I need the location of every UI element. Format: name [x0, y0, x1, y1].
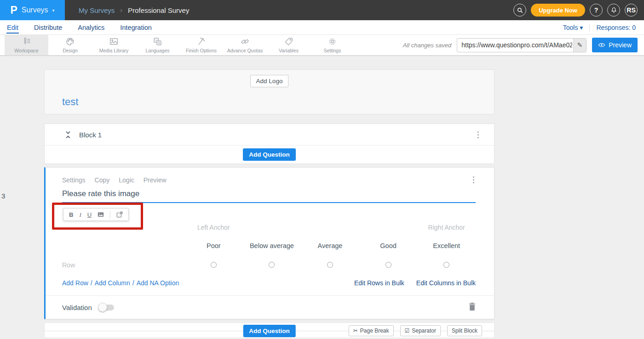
delete-question-button[interactable] — [469, 302, 476, 312]
toolbar-item-label: Workspace — [14, 48, 38, 53]
breadcrumb-my-surveys[interactable]: My Surveys — [79, 6, 115, 14]
split-block-button[interactable]: Split Block — [447, 325, 482, 336]
survey-title[interactable]: test — [62, 96, 78, 108]
question-actions: Settings Copy Logic Preview — [62, 176, 476, 184]
edit-rows-bulk-link[interactable]: Edit Rows in Bulk — [354, 279, 404, 287]
toolbar-item-languages[interactable]: xA Languages — [136, 35, 179, 55]
bold-button[interactable]: B — [69, 212, 73, 218]
column-header[interactable]: Below average — [243, 242, 301, 249]
add-na-option-link[interactable]: Add NA Option — [137, 279, 179, 287]
column-header[interactable]: Average — [301, 242, 359, 249]
question-preview-link[interactable]: Preview — [144, 176, 167, 184]
left-anchor-field[interactable]: Left Anchor — [184, 224, 243, 231]
toolbar-item-label: Settings — [324, 48, 341, 53]
column-header[interactable]: Poor — [184, 242, 243, 249]
nav-right-group: Tools ▾ Responses: 0 — [563, 24, 638, 31]
toolbar-item-design[interactable]: Design — [48, 35, 92, 55]
magic-wand-icon — [196, 37, 206, 46]
add-question-strip: Add Question ✂ Page Break ☑ Separator Sp… — [44, 322, 494, 338]
validation-label: Validation — [62, 304, 92, 311]
help-button[interactable]: ? — [590, 4, 603, 17]
add-links-group: Add Row / Add Column / Add NA Option — [62, 279, 179, 287]
search-button[interactable] — [513, 4, 526, 17]
question-settings-link[interactable]: Settings — [62, 176, 86, 184]
notifications-button[interactable] — [607, 4, 620, 17]
tools-dropdown[interactable]: Tools ▾ — [563, 24, 583, 31]
insert-image-button[interactable] — [98, 211, 104, 218]
right-anchor-field[interactable]: Right Anchor — [417, 224, 476, 231]
row-label-field[interactable]: Row — [62, 261, 184, 269]
page-break-button[interactable]: ✂ Page Break — [349, 325, 394, 336]
block-menu-button[interactable] — [476, 130, 480, 140]
question-copy-link[interactable]: Copy — [95, 176, 110, 184]
survey-editor-canvas: 3 Add Logo test Block 1 Add Question Set… — [0, 56, 644, 339]
radio-button[interactable] — [327, 262, 333, 268]
toolbar-item-label: Finish Options — [186, 48, 217, 53]
questionpro-logo-icon: P — [10, 5, 17, 16]
divider — [110, 211, 110, 218]
add-question-row-top: Add Question — [45, 146, 494, 164]
add-row-link[interactable]: Add Row — [62, 279, 88, 287]
survey-url-wrap: ✎ — [457, 38, 586, 52]
italic-button[interactable]: I — [79, 212, 81, 218]
breadcrumb-survey-name: Professional Survey — [128, 6, 189, 14]
topbar-actions: Upgrade Now ? RS — [513, 4, 644, 17]
tab-integration[interactable]: Integration — [120, 21, 152, 34]
chevron-down-icon: ▾ — [52, 8, 55, 13]
bulk-edit-group: Edit Rows in Bulk Edit Columns in Bulk — [354, 279, 476, 287]
tab-analytics[interactable]: Analytics — [77, 21, 105, 34]
svg-text:A: A — [158, 41, 160, 45]
tag-icon — [284, 37, 293, 46]
toolbar-item-settings[interactable]: Settings — [310, 35, 354, 55]
toolbar-item-advance-quotas[interactable]: Advance Quotas — [223, 35, 267, 55]
tab-distribute[interactable]: Distribute — [34, 21, 63, 34]
toolbar-item-finish-options[interactable]: Finish Options — [179, 35, 223, 55]
collapse-block-button[interactable] — [65, 131, 71, 139]
column-header[interactable]: Good — [359, 242, 418, 249]
edit-url-button[interactable]: ✎ — [573, 39, 586, 52]
anchors-row: Left Anchor Right Anchor — [62, 223, 476, 232]
question-number: 3 — [1, 192, 5, 200]
add-logo-button[interactable]: Add Logo — [250, 75, 289, 87]
top-header-bar: P Surveys ▾ My Surveys › Professional Su… — [0, 0, 644, 20]
survey-url-input[interactable] — [457, 38, 586, 52]
user-avatar[interactable]: RS — [625, 4, 638, 17]
radio-button[interactable] — [385, 262, 391, 268]
add-question-button-top[interactable]: Add Question — [243, 148, 296, 161]
upgrade-now-button[interactable]: Upgrade Now — [531, 4, 585, 17]
radio-button[interactable] — [443, 262, 449, 268]
question-menu-button[interactable] — [472, 175, 476, 185]
workspace-icon — [22, 37, 31, 46]
insert-link-button[interactable] — [116, 211, 123, 218]
slash-separator: / — [91, 279, 92, 287]
responses-count[interactable]: Responses: 0 — [596, 24, 636, 31]
preview-button[interactable]: Preview — [592, 38, 638, 52]
block-header: Block 1 — [45, 124, 494, 146]
edit-columns-bulk-link[interactable]: Edit Columns in Bulk — [416, 279, 476, 287]
toolbar-item-variables[interactable]: Variables — [267, 35, 310, 55]
toolbar-item-label: Variables — [279, 48, 299, 53]
underline-button[interactable]: U — [87, 212, 92, 218]
collapse-chevrons-icon — [65, 131, 71, 139]
question-logic-link[interactable]: Logic — [119, 176, 134, 184]
separator-button[interactable]: ☑ Separator — [400, 325, 441, 336]
product-switcher[interactable]: P Surveys ▾ — [0, 0, 65, 20]
tab-edit[interactable]: Edit — [6, 21, 19, 34]
add-question-button-bottom[interactable]: Add Question — [243, 325, 296, 337]
validation-toggle[interactable] — [98, 305, 114, 311]
palette-icon — [65, 37, 75, 46]
radio-button[interactable] — [211, 262, 217, 268]
toolbar-item-workspace[interactable]: Workspace — [5, 35, 48, 55]
add-column-link[interactable]: Add Column — [95, 279, 130, 287]
search-icon — [517, 7, 523, 14]
slash-separator: / — [132, 279, 134, 287]
question-text[interactable]: Please rate this image — [62, 189, 476, 199]
matrix-links-row: Add Row / Add Column / Add NA Option Edi… — [62, 279, 476, 287]
toggle-knob — [98, 303, 107, 312]
toolbar-item-media-library[interactable]: Media Library — [92, 35, 136, 55]
radio-button[interactable] — [269, 262, 275, 268]
block-name[interactable]: Block 1 — [79, 131, 102, 139]
column-header[interactable]: Excellent — [417, 242, 476, 249]
format-toolbar: B I U — [63, 208, 129, 221]
separator-label: Separator — [412, 328, 436, 334]
